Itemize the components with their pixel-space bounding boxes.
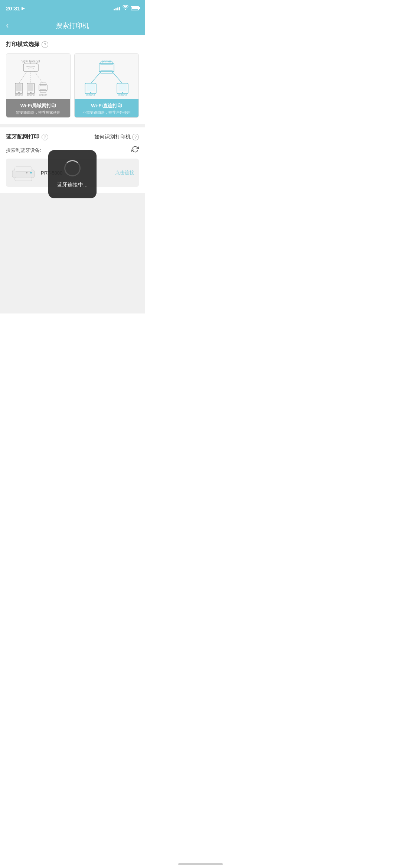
back-button[interactable]: ‹ <box>6 21 9 30</box>
svg-rect-31 <box>118 84 127 91</box>
svg-rect-13 <box>28 84 33 91</box>
status-bar: 20:31 ▶ <box>0 0 145 16</box>
device-image <box>10 164 36 182</box>
svg-point-10 <box>18 92 20 93</box>
print-mode-title: 打印模式选择 <box>6 41 39 48</box>
svg-rect-36 <box>15 177 32 181</box>
svg-text:printer: printer <box>39 94 47 96</box>
nav-title: 搜索打印机 <box>56 21 89 30</box>
wifi-lan-label-main: Wi-Fi局域网打印 <box>9 103 67 109</box>
search-label: 搜索到蓝牙设备: <box>6 147 41 154</box>
svg-text:iphone: iphone <box>27 94 35 96</box>
loading-text: 蓝牙连接中... <box>57 182 88 188</box>
wifi-lan-card[interactable]: WiFi hotspot <box>6 53 71 118</box>
svg-point-14 <box>30 92 32 93</box>
svg-text:iphone: iphone <box>15 94 23 96</box>
svg-text:iphone: iphone <box>118 93 127 96</box>
wifi-direct-label-sub: 不需要路由器，推荐户外使用 <box>78 110 136 115</box>
bluetooth-help-icon[interactable]: ? <box>42 134 48 140</box>
wifi-icon <box>123 5 128 11</box>
svg-rect-9 <box>16 84 22 91</box>
svg-line-25 <box>112 72 122 83</box>
svg-rect-27 <box>87 84 95 91</box>
svg-rect-35 <box>15 167 32 171</box>
location-icon: ▶ <box>22 6 25 11</box>
wifi-direct-card[interactable]: printer iphone <box>74 53 139 118</box>
svg-rect-17 <box>40 83 46 86</box>
svg-point-38 <box>26 172 27 173</box>
nav-bar: ‹ 搜索打印机 <box>0 16 145 35</box>
status-icons <box>114 5 139 11</box>
connect-button[interactable]: 点击连接 <box>115 169 134 176</box>
wifi-direct-label-main: Wi-Fi直连打印 <box>78 103 136 109</box>
battery-icon <box>131 6 139 10</box>
svg-rect-18 <box>40 90 46 92</box>
loading-popup[interactable]: 蓝牙连接中... <box>48 150 97 198</box>
print-mode-cards: WiFi hotspot <box>6 53 139 118</box>
svg-text:iphone: iphone <box>86 93 95 96</box>
spinner-icon <box>64 160 81 176</box>
signal-icon <box>114 6 120 10</box>
how-identify-help-icon[interactable]: ? <box>132 134 139 140</box>
svg-rect-37 <box>30 172 32 173</box>
wifi-lan-label-sub: 需要路由器，推荐居家使用 <box>9 110 67 115</box>
svg-line-5 <box>19 71 27 83</box>
bluetooth-title: 蓝牙配网打印 <box>6 133 39 140</box>
svg-line-7 <box>35 71 43 83</box>
print-mode-section: 打印模式选择 ? WiFi hotspot <box>0 35 145 124</box>
how-identify[interactable]: 如何识别打印机 ? <box>94 134 139 140</box>
svg-text:printer: printer <box>102 59 111 63</box>
svg-line-24 <box>91 72 101 83</box>
print-mode-help-icon[interactable]: ? <box>42 41 48 48</box>
refresh-button[interactable] <box>131 146 139 155</box>
svg-rect-23 <box>101 71 113 74</box>
status-time: 20:31 ▶ <box>6 5 25 12</box>
